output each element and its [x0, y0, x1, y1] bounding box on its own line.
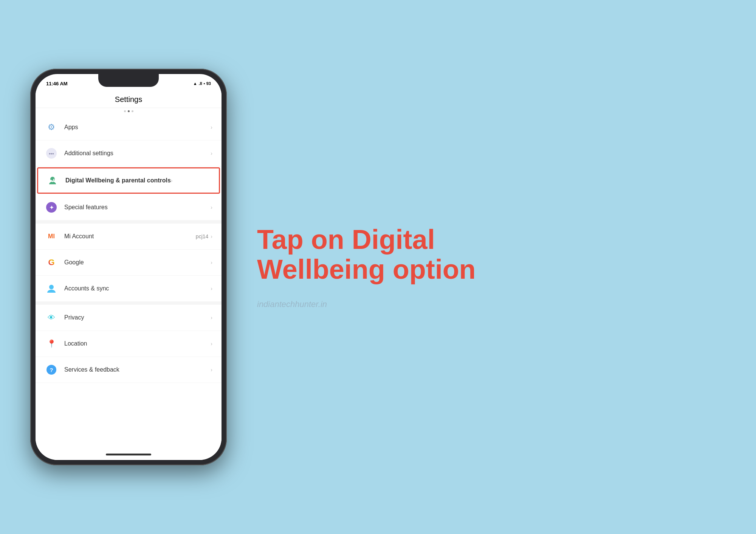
special-label: Special features: [64, 204, 211, 211]
special-icon: ✦: [46, 202, 57, 213]
phone-notch: [98, 74, 159, 87]
location-chevron: ›: [211, 341, 212, 347]
wellbeing-chevron: ›: [171, 177, 173, 184]
feedback-label: Services & feedback: [64, 366, 211, 373]
status-icons: ▲ .Il ▪ 93: [193, 81, 211, 86]
settings-item-location[interactable]: 📍 Location ›: [36, 331, 222, 357]
gear-icon: ⚙: [48, 122, 55, 132]
settings-item-apps[interactable]: ⚙ Apps ›: [36, 114, 222, 140]
page-wrapper: 11:46 AM ▲ .Il ▪ 93 Settings: [0, 0, 756, 534]
privacy-icon-wrapper: 👁: [45, 311, 58, 324]
scroll-dot-2: [128, 110, 130, 112]
mi-icon-wrapper: MI: [45, 230, 58, 243]
mi-chevron: ›: [211, 233, 212, 239]
phone-screen: 11:46 AM ▲ .Il ▪ 93 Settings: [36, 74, 222, 460]
feedback-chevron: ›: [211, 367, 212, 373]
settings-item-digital-wellbeing[interactable]: Digital Wellbeing & parental controls ›: [37, 167, 220, 194]
google-label: Google: [64, 259, 211, 266]
svg-point-1: [49, 285, 54, 289]
privacy-chevron: ›: [211, 315, 212, 321]
accounts-chevron: ›: [211, 286, 212, 292]
settings-item-additional[interactable]: ••• Additional settings ›: [36, 140, 222, 167]
feedback-icon: ?: [46, 365, 56, 375]
accounts-icon-wrapper: [45, 282, 58, 295]
callout-line2: Wellbeing option: [257, 255, 711, 284]
location-icon: 📍: [47, 339, 56, 348]
wellbeing-icon-wrapper: [46, 174, 59, 187]
feedback-icon-wrapper: ?: [45, 363, 58, 377]
dots-icon: •••: [46, 148, 57, 159]
google-chevron: ›: [211, 259, 212, 265]
mi-value: pcj14: [196, 233, 208, 239]
signal-icon: ▲: [193, 81, 197, 86]
google-icon: G: [48, 258, 54, 267]
location-label: Location: [64, 340, 211, 347]
settings-item-special[interactable]: ✦ Special features ›: [36, 194, 222, 221]
location-icon-wrapper: 📍: [45, 337, 58, 350]
phone-device: 11:46 AM ▲ .Il ▪ 93 Settings: [30, 69, 227, 465]
status-time: 11:46 AM: [46, 81, 68, 86]
settings-item-accounts[interactable]: Accounts & sync ›: [36, 276, 222, 302]
accounts-icon: [46, 283, 57, 294]
callout-line1: Tap on Digital: [257, 225, 711, 255]
google-icon-wrapper: G: [45, 256, 58, 269]
home-indicator: [106, 454, 151, 455]
special-icon-wrapper: ✦: [45, 201, 58, 214]
mi-label: Mi Account: [64, 233, 196, 240]
additional-chevron: ›: [211, 150, 212, 156]
wellbeing-icon: [47, 175, 58, 186]
apps-icon: ⚙: [45, 120, 58, 134]
screen-content: Settings ⚙ Apps ›: [36, 91, 222, 460]
callout-text: Tap on Digital Wellbeing option: [257, 225, 711, 284]
accounts-label: Accounts & sync: [64, 285, 211, 292]
scroll-dot-1: [124, 110, 126, 112]
mi-icon: MI: [48, 233, 55, 240]
settings-list: ⚙ Apps › ••• Additional settings ›: [36, 114, 222, 383]
battery-icon: ▪ 93: [204, 81, 211, 86]
settings-item-feedback[interactable]: ? Services & feedback ›: [36, 357, 222, 383]
settings-item-google[interactable]: G Google ›: [36, 250, 222, 276]
scroll-dot-3: [132, 110, 133, 112]
additional-icon: •••: [45, 147, 58, 160]
apps-chevron: ›: [211, 124, 212, 130]
settings-item-mi-account[interactable]: MI Mi Account pcj14 ›: [36, 221, 222, 250]
settings-item-privacy[interactable]: 👁 Privacy ›: [36, 302, 222, 331]
right-content: Tap on Digital Wellbeing option indiante…: [227, 225, 726, 309]
additional-label: Additional settings: [64, 150, 211, 157]
scroll-indicator: [36, 108, 222, 114]
apps-label: Apps: [64, 124, 211, 131]
privacy-icon: 👁: [48, 313, 55, 322]
watermark: indiantechhunter.in: [257, 299, 711, 309]
privacy-label: Privacy: [64, 314, 211, 321]
settings-title: Settings: [36, 91, 222, 108]
wifi-icon: .Il: [199, 81, 202, 86]
wellbeing-label: Digital Wellbeing & parental controls: [65, 177, 171, 184]
special-chevron: ›: [211, 204, 212, 210]
